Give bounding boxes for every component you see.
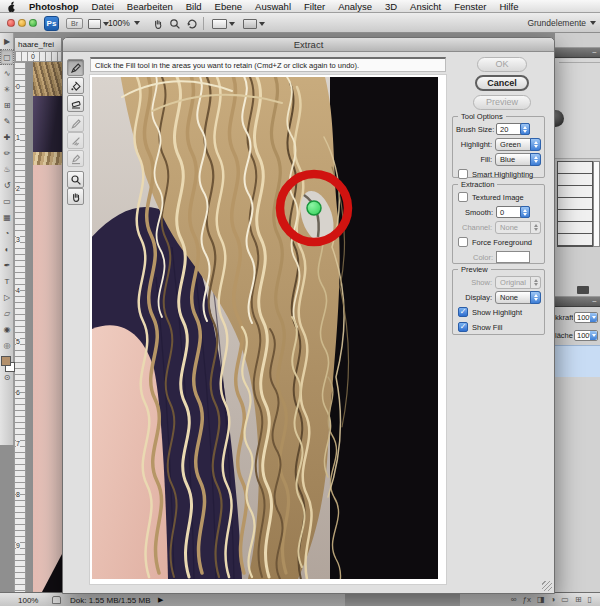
eyedropper-tool-button[interactable] bbox=[67, 115, 84, 132]
menu-bearbeiten[interactable]: Bearbeiten bbox=[127, 1, 173, 12]
edge-touchup-tool-button[interactable] bbox=[67, 150, 84, 167]
zoom-level-dropdown[interactable]: 100% bbox=[108, 18, 140, 28]
toolbar-separator bbox=[203, 17, 204, 30]
panel-button-icon[interactable]: ▭ bbox=[561, 595, 569, 604]
view-extras-dropdown[interactable] bbox=[88, 18, 109, 29]
brush-tool[interactable]: ✏ bbox=[0, 145, 14, 161]
force-foreground-label: Force Foreground bbox=[472, 238, 532, 247]
menu-datei[interactable]: Datei bbox=[92, 1, 114, 12]
panel-header[interactable]: − bbox=[555, 47, 600, 58]
force-foreground-checkbox[interactable] bbox=[458, 237, 468, 247]
menu-auswahl[interactable]: Auswahl bbox=[255, 1, 291, 12]
history-brush-tool[interactable]: ↺ bbox=[0, 177, 14, 193]
extract-preview-area[interactable] bbox=[89, 74, 447, 585]
hand-tool-icon[interactable] bbox=[152, 18, 164, 29]
opacity-field[interactable]: 100% bbox=[574, 312, 598, 323]
screen-mode-dropdown[interactable] bbox=[243, 18, 265, 29]
blur-tool[interactable]: ◔ bbox=[0, 225, 14, 241]
move-tool[interactable]: ▶ bbox=[0, 33, 14, 49]
panel-button-icon[interactable]: ⊞ bbox=[575, 595, 582, 604]
status-menu-arrow[interactable]: ▶ bbox=[158, 596, 163, 604]
dodge-tool[interactable]: ◐ bbox=[0, 241, 14, 257]
marquee-tool[interactable]: ▢ bbox=[0, 49, 14, 65]
smooth-field[interactable]: 0 bbox=[496, 206, 530, 218]
menu-ebene[interactable]: Ebene bbox=[215, 1, 242, 12]
dialog-title[interactable]: Extract bbox=[63, 38, 554, 52]
layers-panel-header[interactable]: − bbox=[555, 296, 600, 307]
photo-hair-fragment bbox=[33, 62, 62, 96]
fill-dropdown[interactable]: Blue bbox=[495, 153, 541, 166]
textured-image-checkbox[interactable] bbox=[458, 192, 468, 202]
resize-grip[interactable] bbox=[542, 581, 552, 591]
document-tab[interactable]: haare_frei bbox=[14, 37, 62, 51]
menu-hilfe[interactable]: Hilfe bbox=[499, 1, 518, 12]
fill-field[interactable]: 100% bbox=[574, 330, 598, 341]
show-highlight-checkbox[interactable] bbox=[458, 307, 468, 317]
orbit-3d-tool[interactable]: ◎ bbox=[0, 337, 14, 353]
menu-photoshop[interactable]: Photoshop bbox=[29, 1, 79, 12]
stamp-tool[interactable]: ♨ bbox=[0, 161, 14, 177]
eraser-tool[interactable]: ▭ bbox=[0, 193, 14, 209]
pen-tool[interactable]: ✒ bbox=[0, 257, 14, 273]
brush-size-field[interactable]: 20 bbox=[496, 123, 530, 135]
edge-highlighter-tool-button[interactable] bbox=[67, 59, 84, 76]
layers-panel-buttons[interactable]: ∞ƒx◨◑▭⊞▯ bbox=[511, 595, 592, 604]
photo-canvas[interactable] bbox=[92, 77, 438, 579]
foreground-color-swatch[interactable] bbox=[1, 356, 11, 366]
document-canvas[interactable] bbox=[33, 62, 62, 592]
menu-analyse[interactable]: Analyse bbox=[338, 1, 372, 12]
eraser-tool-button[interactable] bbox=[67, 95, 84, 112]
crop-tool[interactable]: ⊞ bbox=[0, 97, 14, 113]
menu-3d[interactable]: 3D bbox=[385, 1, 397, 12]
arrange-documents-dropdown[interactable] bbox=[212, 18, 235, 29]
eyedropper-tool[interactable]: ✎ bbox=[0, 113, 14, 129]
menu-fenster[interactable]: Fenster bbox=[454, 1, 486, 12]
window-close-button[interactable] bbox=[7, 19, 15, 27]
tool-options-group: Tool Options Brush Size: 20 Highlight: G… bbox=[452, 116, 545, 178]
tools-panel: ▶▢∿✳⊞✎✚✏♨↺▭▦◔◐✒T▷▱◉◎✣⊙ bbox=[0, 33, 14, 445]
zoom-tool-icon[interactable] bbox=[169, 18, 181, 29]
panel-button-icon[interactable]: ◨ bbox=[537, 595, 545, 604]
highlight-dropdown[interactable]: Green bbox=[495, 138, 541, 151]
type-tool[interactable]: T bbox=[0, 273, 14, 289]
window-zoom-button[interactable] bbox=[29, 19, 37, 27]
hand-tool-button[interactable] bbox=[67, 188, 84, 205]
panel-button-icon[interactable]: ƒx bbox=[522, 595, 530, 604]
menu-filter[interactable]: Filter bbox=[304, 1, 325, 12]
selected-layer-row[interactable] bbox=[555, 345, 600, 377]
show-fill-checkbox[interactable] bbox=[458, 322, 468, 332]
quick-select-tool[interactable]: ✳ bbox=[0, 81, 14, 97]
smooth-stepper[interactable] bbox=[520, 206, 530, 218]
workspace-switcher[interactable]: Grundelemente bbox=[527, 18, 596, 28]
zoom-tool-button[interactable] bbox=[67, 171, 84, 188]
fill-tool-button[interactable] bbox=[67, 77, 84, 94]
panel-list-scroll[interactable] bbox=[593, 161, 600, 247]
cancel-button[interactable]: Cancel bbox=[475, 75, 529, 91]
window-minimize-button[interactable] bbox=[18, 19, 26, 27]
channel-dropdown[interactable]: None bbox=[495, 221, 541, 234]
rotate-3d-tool[interactable]: ◉ bbox=[0, 321, 14, 337]
ok-button[interactable]: OK bbox=[477, 57, 527, 72]
menu-bild[interactable]: Bild bbox=[186, 1, 202, 12]
panel-button-icon[interactable]: ▯ bbox=[588, 595, 592, 604]
brush-size-stepper[interactable] bbox=[520, 123, 530, 135]
show-dropdown[interactable]: Original bbox=[495, 276, 541, 289]
healing-tool[interactable]: ✚ bbox=[0, 129, 14, 145]
gradient-tool[interactable]: ▦ bbox=[0, 209, 14, 225]
panel-button-icon[interactable]: ∞ bbox=[511, 595, 517, 604]
panel-button-icon[interactable]: ◑ bbox=[550, 595, 555, 604]
preview-button[interactable]: Preview bbox=[473, 95, 531, 110]
apple-icon[interactable] bbox=[7, 1, 16, 12]
rotate-view-icon[interactable] bbox=[186, 18, 198, 29]
lasso-tool[interactable]: ∿ bbox=[0, 65, 14, 81]
foreground-color-picker[interactable] bbox=[496, 251, 530, 263]
status-zoom-value[interactable]: 100% bbox=[18, 596, 38, 605]
display-dropdown[interactable]: None bbox=[495, 291, 541, 304]
menu-ansicht[interactable]: Ansicht bbox=[410, 1, 441, 12]
path-select-tool[interactable]: ▷ bbox=[0, 289, 14, 305]
bridge-button[interactable]: Br bbox=[66, 18, 83, 29]
smart-highlighting-checkbox[interactable] bbox=[458, 169, 468, 179]
shape-tool[interactable]: ▱ bbox=[0, 305, 14, 321]
cleanup-tool-button[interactable] bbox=[67, 132, 84, 149]
panel-list-rows[interactable] bbox=[557, 161, 593, 247]
